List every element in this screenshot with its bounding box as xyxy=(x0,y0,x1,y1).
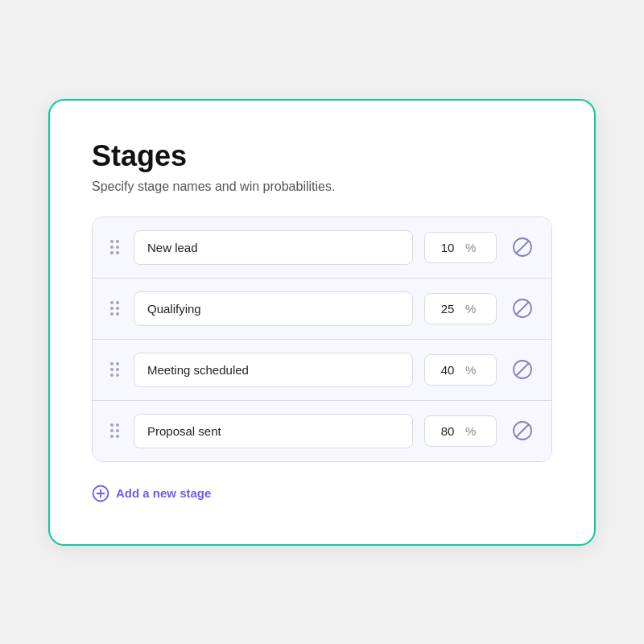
drag-dot xyxy=(110,307,114,310)
page-title: Stages xyxy=(92,139,552,173)
stages-list: 10 % xyxy=(92,217,552,462)
drag-dot xyxy=(110,362,114,365)
page-subtitle: Specify stage names and win probabilitie… xyxy=(92,180,552,194)
drag-dot xyxy=(110,423,114,427)
stage-row: 25 % xyxy=(93,279,551,340)
add-stage-label: Add a new stage xyxy=(116,486,211,500)
stage-name-input[interactable] xyxy=(134,291,413,326)
stage-percent-box: 80 % xyxy=(424,415,497,447)
drag-dot xyxy=(116,362,119,365)
delete-stage-button[interactable] xyxy=(508,416,537,445)
percent-symbol: % xyxy=(465,302,476,316)
drag-handle[interactable] xyxy=(107,422,122,440)
svg-line-7 xyxy=(517,425,529,437)
drag-handle[interactable] xyxy=(107,361,122,378)
stage-percent-value: 80 xyxy=(436,424,459,438)
drag-dot xyxy=(110,240,114,243)
stage-percent-value: 10 xyxy=(436,241,459,254)
stage-row: 80 % xyxy=(93,401,551,461)
drag-dot xyxy=(116,240,119,243)
drag-handle[interactable] xyxy=(107,238,122,256)
ban-icon xyxy=(511,297,534,320)
drag-dot xyxy=(116,307,119,310)
percent-symbol: % xyxy=(465,363,476,377)
drag-dot xyxy=(110,312,114,316)
stage-percent-value: 25 xyxy=(436,302,459,316)
drag-dot xyxy=(110,301,114,304)
stage-name-input[interactable] xyxy=(134,230,413,265)
drag-dot xyxy=(116,301,119,304)
stage-row: 40 % xyxy=(93,340,551,401)
drag-dot xyxy=(116,251,119,254)
drag-dot xyxy=(110,374,114,377)
drag-dot xyxy=(116,429,119,432)
ban-icon xyxy=(511,358,534,381)
drag-handle[interactable] xyxy=(107,299,122,317)
drag-dot xyxy=(116,435,119,438)
percent-symbol: % xyxy=(465,241,476,254)
drag-dot xyxy=(110,246,114,249)
stage-percent-box: 25 % xyxy=(424,293,497,324)
stage-name-input[interactable] xyxy=(134,353,413,387)
add-circle-icon xyxy=(92,485,109,502)
svg-line-1 xyxy=(517,242,529,254)
stage-percent-box: 10 % xyxy=(424,232,497,263)
drag-dot xyxy=(110,435,114,438)
ban-icon xyxy=(511,236,534,258)
percent-symbol: % xyxy=(465,424,476,438)
drag-dot xyxy=(116,246,119,249)
delete-stage-button[interactable] xyxy=(508,233,537,262)
drag-dot xyxy=(110,429,114,432)
stages-card: Stages Specify stage names and win proba… xyxy=(48,99,596,546)
drag-dot xyxy=(116,374,119,377)
drag-dot xyxy=(110,368,114,371)
drag-dot xyxy=(110,251,114,254)
ban-icon xyxy=(511,419,534,442)
add-stage-button[interactable]: Add a new stage xyxy=(92,481,211,506)
drag-dot xyxy=(116,423,119,427)
stage-row: 10 % xyxy=(93,217,551,279)
svg-line-3 xyxy=(517,303,529,315)
drag-dot xyxy=(116,368,119,371)
svg-line-5 xyxy=(517,364,529,376)
stage-percent-box: 40 % xyxy=(424,354,497,386)
drag-dot xyxy=(116,312,119,316)
stage-name-input[interactable] xyxy=(134,414,413,448)
delete-stage-button[interactable] xyxy=(508,294,537,323)
delete-stage-button[interactable] xyxy=(508,355,537,384)
stage-percent-value: 40 xyxy=(436,363,459,377)
